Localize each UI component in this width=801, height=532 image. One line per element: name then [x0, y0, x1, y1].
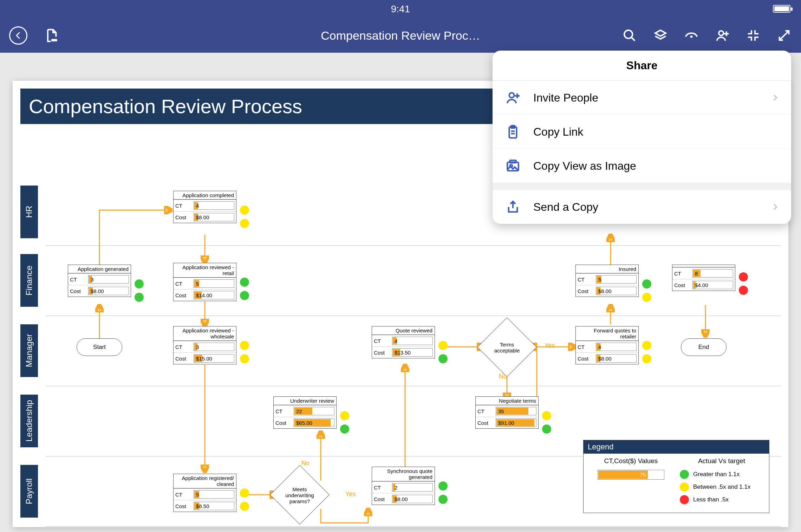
ct-value: 22 [294, 407, 334, 415]
legend-col1-head: CT,Cost($) Values [589, 457, 673, 465]
share-send-copy[interactable]: Send a Copy [493, 190, 791, 224]
flow-node-app_rev_whole[interactable]: Application reviewed - wholesale CT 3 Co… [173, 326, 236, 364]
legend-title: Legend [584, 440, 769, 454]
layers-icon[interactable] [653, 28, 668, 43]
cost-value: $91.00 [496, 419, 536, 427]
status-dot [240, 502, 249, 511]
status-dot [240, 488, 249, 498]
cost-label: Cost [174, 291, 192, 300]
status-dot [438, 495, 448, 504]
image-icon [504, 157, 521, 174]
status-dot [542, 424, 551, 434]
legend: Legend CT,Cost($) Values 75 Actual Vs ta… [583, 440, 769, 513]
status-dot [340, 411, 349, 420]
status-bar: 9:41 [0, 0, 801, 18]
node-title: Application generated [68, 265, 131, 273]
flow-node-app_registered[interactable]: Application registered/ cleared CT 5 Cos… [173, 474, 236, 512]
edge-label: Yes [545, 342, 555, 349]
cost-value: $8.00 [194, 213, 234, 221]
status-dot [340, 424, 349, 434]
share-item-label: Copy View as Image [533, 160, 636, 173]
status-dots [240, 488, 249, 511]
back-button[interactable] [9, 26, 27, 45]
lane-divider [46, 386, 781, 386]
ct-label: CT [372, 483, 390, 492]
status-dot [642, 279, 651, 288]
ct-label: CT [476, 407, 494, 416]
battery-icon [773, 5, 790, 13]
cost-value: $4.00 [692, 281, 733, 289]
status-dot [240, 278, 249, 287]
status-dot [438, 341, 448, 350]
edge-label: No [499, 373, 507, 380]
lane-label: HR [20, 186, 38, 238]
cost-label: Cost [372, 495, 390, 504]
ct-value: 2 [392, 483, 433, 492]
share-copy-link[interactable]: Copy Link [493, 115, 791, 149]
status-dots [642, 341, 651, 363]
ct-value: 35 [496, 407, 536, 415]
add-person-icon[interactable] [715, 28, 730, 43]
status-dots [240, 341, 249, 363]
flow-node-underwriter[interactable]: Underwriter review CT 22 Cost $65.00 [273, 396, 337, 429]
ct-label: CT [372, 337, 390, 345]
cost-label: Cost [68, 287, 86, 296]
status-dot [240, 341, 249, 350]
search-icon[interactable] [622, 28, 637, 43]
cost-label: Cost [576, 287, 594, 296]
decision-terms[interactable]: Terms acceptable [477, 317, 537, 377]
flow-node-quote_reviewed[interactable]: Quote reviewed CT 4 Cost $13.50 [372, 326, 435, 358]
share-copy-image[interactable]: Copy View as Image [493, 149, 791, 183]
lane-divider [46, 526, 781, 527]
svg-point-2 [52, 40, 53, 41]
ct-label: CT [68, 275, 86, 284]
file-icon[interactable] [44, 28, 59, 43]
flow-node-insured[interactable]: Insured CT 5 Cost $8.00 [575, 265, 639, 297]
flow-node-fwd_quotes[interactable]: Forward quotes to retailer CT 4 Cost $8.… [575, 326, 639, 364]
node-title: Application completed [174, 191, 236, 200]
ct-label: CT [274, 407, 292, 416]
lane-label: Leadership [20, 395, 38, 447]
node-title: Application reviewed - retail [174, 263, 236, 278]
cost-label: Cost [274, 419, 292, 427]
app-bar: Compensation Review Proc… [0, 18, 801, 53]
share-item-label: Copy Link [533, 125, 583, 138]
eye-icon[interactable] [684, 28, 699, 43]
lane-divider [46, 245, 781, 246]
end-node[interactable]: End [681, 338, 727, 356]
status-dots [438, 341, 448, 363]
flow-node-app_generated[interactable]: Application generated CT 3 Cost $8.00 [68, 265, 131, 297]
status-dot [240, 291, 249, 300]
status-dots [438, 481, 448, 504]
cost-value: $8.00 [392, 495, 433, 503]
legend-row: Greater than 1.1x [680, 470, 763, 479]
node-title: Underwriter review [274, 397, 336, 405]
decision-underwriting[interactable]: Meets underwriting params? [270, 465, 330, 525]
collapse-icon[interactable] [745, 28, 761, 43]
cost-label: Cost [576, 354, 594, 363]
cost-value: $8.50 [194, 502, 234, 510]
flow-node-negotiate[interactable]: Negotiate terms CT 35 Cost $91.00 [475, 396, 539, 429]
svg-point-1 [56, 40, 57, 41]
ct-label: CT [576, 275, 594, 284]
ct-value: 8 [692, 269, 733, 278]
share-item-label: Invite People [533, 91, 598, 104]
status-dot [642, 341, 651, 350]
flow-node-sync_quote[interactable]: Synchronous quote generated CT 2 Cost $8… [372, 467, 435, 505]
status-dot [438, 481, 448, 491]
node-title: Forward quotes to retailer [576, 326, 638, 341]
cost-value: $15.00 [194, 354, 234, 363]
status-time: 9:41 [391, 4, 410, 15]
share-item-label: Send a Copy [533, 201, 598, 214]
ct-label: CT [672, 269, 691, 278]
expand-icon[interactable] [776, 28, 792, 43]
share-invite-people[interactable]: Invite People [493, 81, 791, 115]
ct-value: 5 [194, 279, 234, 288]
flow-node-app_completed[interactable]: Application completed CT 4 Cost $8.00 [173, 191, 236, 223]
ct-value: 4 [596, 343, 637, 351]
start-node[interactable]: Start [77, 338, 122, 356]
flow-node-app_rev_retail[interactable]: Application reviewed - retail CT 5 Cost … [173, 263, 236, 301]
flow-node-node_fin_r[interactable]: CT 8 Cost $4.00 [672, 265, 735, 291]
ct-label: CT [576, 343, 594, 351]
svg-point-3 [624, 30, 632, 38]
